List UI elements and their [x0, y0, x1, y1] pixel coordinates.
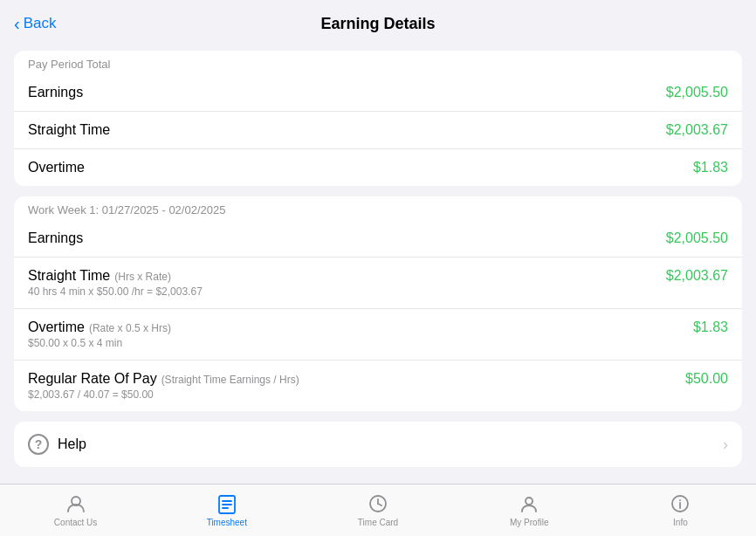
- work-week-straight-time-left: Straight Time (Hrs x Rate) 40 hrs 4 min …: [28, 268, 659, 298]
- pay-period-section-label: Pay Period Total: [14, 51, 742, 74]
- pay-period-straight-time-label: Straight Time: [28, 122, 110, 138]
- work-week-regular-rate-detail: (Straight Time Earnings / Hrs): [162, 374, 299, 386]
- header: ‹ Back Earning Details: [0, 0, 756, 44]
- help-left: ? Help: [28, 434, 86, 455]
- work-week-overtime-left: Overtime (Rate x 0.5 x Hrs) $50.00 x 0.5…: [28, 320, 686, 349]
- tab-info[interactable]: Info: [605, 490, 756, 527]
- tab-time-card-label: Time Card: [358, 518, 398, 527]
- tab-bar: Contact Us Timesheet: [0, 484, 756, 536]
- work-week-regular-rate-sublabel: $2,003.67 / 40.07 = $50.00: [28, 388, 678, 401]
- main-content: Pay Period Total Earnings $2,005.50 Stra…: [0, 44, 756, 484]
- work-week-overtime-label: Overtime: [28, 320, 85, 335]
- work-week-overtime-row: Overtime (Rate x 0.5 x Hrs) $50.00 x 0.5…: [14, 309, 742, 361]
- my-profile-icon: [517, 491, 541, 516]
- work-week-earnings-label: Earnings: [28, 230, 659, 246]
- work-week-overtime-value: $1.83: [693, 320, 728, 335]
- work-week-regular-rate-label: Regular Rate Of Pay: [28, 371, 157, 387]
- back-button[interactable]: ‹ Back: [14, 15, 56, 32]
- pay-period-overtime-value: $1.83: [693, 160, 728, 175]
- work-week-regular-rate-left: Regular Rate Of Pay (Straight Time Earni…: [28, 371, 678, 401]
- tab-my-profile[interactable]: My Profile: [454, 490, 605, 527]
- tab-info-label: Info: [673, 518, 688, 527]
- back-chevron-icon: ‹: [14, 15, 20, 32]
- page-title: Earning Details: [320, 15, 435, 33]
- pay-period-overtime-label: Overtime: [28, 160, 85, 175]
- pay-period-straight-time-value: $2,003.67: [666, 122, 728, 138]
- phone-frame: ‹ Back Earning Details Pay Period Total …: [0, 0, 756, 536]
- pay-period-straight-time-row: Straight Time $2,003.67: [14, 112, 742, 149]
- help-card[interactable]: ? Help ›: [14, 422, 742, 467]
- timesheet-icon: [215, 491, 239, 516]
- svg-point-11: [679, 499, 681, 501]
- pay-period-earnings-label: Earnings: [28, 85, 83, 100]
- svg-line-7: [378, 504, 381, 505]
- pay-period-total-card: Pay Period Total Earnings $2,005.50 Stra…: [14, 51, 742, 186]
- tab-contact-us-label: Contact Us: [54, 518, 97, 527]
- work-week-straight-time-value: $2,003.67: [666, 268, 728, 284]
- work-week-card: Work Week 1: 01/27/2025 - 02/02/2025 Ear…: [14, 196, 742, 411]
- work-week-earnings-left: Earnings: [28, 230, 659, 246]
- pay-period-earnings-row: Earnings $2,005.50: [14, 74, 742, 112]
- svg-point-8: [526, 498, 533, 505]
- tab-time-card[interactable]: Time Card: [302, 490, 453, 527]
- help-icon-symbol: ?: [35, 437, 43, 451]
- back-label: Back: [24, 15, 57, 32]
- work-week-straight-time-detail: (Hrs x Rate): [114, 271, 171, 283]
- pay-period-overtime-row: Overtime $1.83: [14, 149, 742, 186]
- work-week-section-label: Work Week 1: 01/27/2025 - 02/02/2025: [14, 196, 742, 220]
- info-icon: [668, 491, 692, 516]
- tab-timesheet[interactable]: Timesheet: [151, 490, 302, 527]
- help-label: Help: [58, 436, 86, 452]
- work-week-straight-time-label: Straight Time: [28, 268, 110, 284]
- contact-us-icon: [64, 491, 88, 516]
- work-week-straight-time-row: Straight Time (Hrs x Rate) 40 hrs 4 min …: [14, 258, 742, 309]
- work-week-regular-rate-row: Regular Rate Of Pay (Straight Time Earni…: [14, 361, 742, 411]
- work-week-overtime-sublabel: $50.00 x 0.5 x 4 min: [28, 337, 686, 349]
- tab-my-profile-label: My Profile: [510, 518, 548, 527]
- work-week-earnings-value: $2,005.50: [666, 230, 728, 246]
- work-week-straight-time-sublabel: 40 hrs 4 min x $50.00 /hr = $2,003.67: [28, 285, 659, 298]
- work-week-overtime-detail: (Rate x 0.5 x Hrs): [89, 322, 171, 334]
- time-card-icon: [366, 491, 390, 516]
- help-circle-icon: ?: [28, 434, 49, 455]
- tab-contact-us[interactable]: Contact Us: [0, 490, 151, 527]
- tab-timesheet-label: Timesheet: [207, 518, 247, 527]
- work-week-regular-rate-value: $50.00: [685, 371, 728, 387]
- help-chevron-right-icon: ›: [723, 436, 728, 454]
- pay-period-earnings-value: $2,005.50: [666, 85, 728, 100]
- work-week-earnings-row: Earnings $2,005.50: [14, 220, 742, 258]
